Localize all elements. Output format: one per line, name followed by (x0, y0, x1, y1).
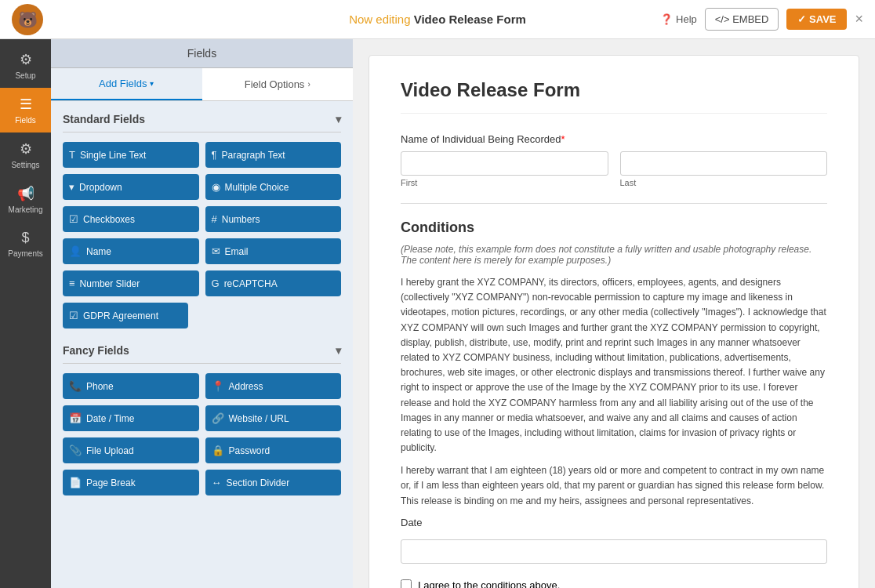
date-field-group: Date (401, 517, 827, 564)
name-field-group: Name of Individual Being Recorded* First… (401, 133, 827, 187)
gear-icon: ⚙ (20, 51, 32, 68)
field-label: Numbers (222, 214, 260, 225)
field-label: Single Line Text (80, 150, 147, 161)
sidebar-item-settings[interactable]: ⚙ Settings (0, 132, 51, 177)
field-label: Password (229, 445, 270, 456)
text-icon: T (69, 149, 75, 161)
sidebar-item-marketing[interactable]: 📢 Marketing (0, 177, 51, 222)
field-label: Name (86, 246, 111, 257)
conditions-text-2: I hereby warrant that I am eighteen (18)… (401, 463, 827, 509)
standard-fields-grid: T Single Line Text ¶ Paragraph Text ▾ Dr… (63, 142, 341, 328)
chevron-right-icon: › (307, 80, 310, 89)
field-btn-paragraph-text[interactable]: ¶ Paragraph Text (205, 142, 342, 168)
field-btn-address[interactable]: 📍 Address (205, 373, 342, 399)
embed-button[interactable]: </> EMBED (705, 8, 779, 31)
required-star: * (561, 133, 565, 145)
field-btn-number-slider[interactable]: ≡ Number Slider (63, 270, 199, 296)
field-btn-phone[interactable]: 📞 Phone (63, 373, 199, 399)
standard-fields-header: Standard Fields ▾ (63, 113, 341, 132)
field-btn-email[interactable]: ✉ Email (205, 238, 342, 264)
field-btn-numbers[interactable]: # Numbers (205, 206, 342, 232)
date-input[interactable] (401, 539, 827, 564)
name-field-label: Name of Individual Being Recorded* (401, 133, 827, 145)
field-label: Page Break (86, 477, 136, 488)
tab-add-fields[interactable]: Add Fields ▾ (51, 68, 202, 100)
sidebar-item-fields[interactable]: ☰ Fields (0, 88, 51, 132)
field-btn-checkboxes[interactable]: ☑ Checkboxes (63, 206, 199, 232)
radio-icon: ◉ (212, 181, 220, 193)
form-title: Video Release Form (401, 79, 827, 114)
save-button[interactable]: ✓ SAVE (786, 9, 847, 30)
last-name-input[interactable] (620, 151, 828, 176)
sidebar-label-marketing: Marketing (9, 205, 43, 214)
fancy-fields-header: Fancy Fields ▾ (63, 344, 341, 364)
sidebar-item-setup[interactable]: ⚙ Setup (0, 43, 51, 88)
lock-icon: 🔒 (212, 445, 224, 456)
field-btn-website[interactable]: 🔗 Website / URL (205, 405, 342, 431)
collapse-icon[interactable]: ▾ (336, 113, 341, 125)
person-icon: 👤 (69, 245, 82, 257)
tab-field-options[interactable]: Field Options › (202, 68, 354, 100)
hash-icon: # (212, 213, 217, 225)
main-layout: ⚙ Setup ☰ Fields ⚙ Settings 📢 Marketing … (0, 39, 875, 588)
checkbox-label: I agree to the conditions above. (418, 579, 560, 588)
date-label: Date (401, 517, 827, 528)
slider-icon: ≡ (69, 278, 75, 289)
chevron-down-icon: ▾ (150, 79, 154, 88)
last-label: Last (620, 178, 828, 187)
help-button[interactable]: ❓ Help (660, 13, 697, 25)
settings-icon: ⚙ (20, 140, 32, 158)
fancy-fields-title: Fancy Fields (63, 344, 129, 357)
address-icon: 📍 (212, 380, 224, 392)
sidebar-label-payments: Payments (8, 249, 42, 258)
field-btn-password[interactable]: 🔒 Password (205, 437, 342, 463)
conditions-checkbox[interactable] (401, 579, 412, 588)
email-icon: ✉ (212, 245, 220, 257)
field-btn-gdpr[interactable]: ☑ GDPR Agreement (63, 303, 188, 328)
field-label: Email (225, 246, 249, 257)
form-preview: Video Release Form Name of Individual Be… (369, 55, 859, 588)
field-label: Paragraph Text (221, 150, 285, 161)
field-btn-single-line-text[interactable]: T Single Line Text (63, 142, 199, 168)
field-label: Phone (86, 381, 114, 392)
field-btn-dropdown[interactable]: ▾ Dropdown (63, 174, 199, 200)
fancy-fields-section: Fancy Fields ▾ 📞 Phone 📍 Address 📅 Date … (63, 344, 341, 495)
collapse-icon[interactable]: ▾ (336, 344, 341, 357)
field-btn-multiple-choice[interactable]: ◉ Multiple Choice (205, 174, 342, 200)
field-btn-name[interactable]: 👤 Name (63, 238, 199, 264)
field-label: Website / URL (229, 413, 289, 424)
link-icon: 🔗 (212, 412, 224, 424)
close-button[interactable]: × (855, 11, 863, 27)
page-break-icon: 📄 (69, 477, 82, 488)
sidebar: ⚙ Setup ☰ Fields ⚙ Settings 📢 Marketing … (0, 39, 51, 588)
sidebar-label-fields: Fields (15, 116, 36, 125)
recaptcha-icon: G (212, 278, 220, 289)
field-label: Date / Time (86, 413, 134, 424)
calendar-icon: 📅 (69, 412, 82, 424)
field-btn-file-upload[interactable]: 📎 File Upload (63, 437, 199, 463)
field-label: Multiple Choice (225, 182, 289, 193)
field-btn-datetime[interactable]: 📅 Date / Time (63, 405, 199, 431)
standard-fields-title: Standard Fields (63, 113, 145, 125)
field-label: Section Divider (227, 477, 290, 488)
paragraph-icon: ¶ (212, 149, 217, 161)
first-name-input[interactable] (401, 151, 608, 176)
fields-title: Fields (51, 39, 353, 68)
field-btn-recaptcha[interactable]: G reCAPTCHA (205, 270, 342, 296)
conditions-note: (Please note, this example form does not… (401, 244, 827, 266)
sidebar-item-payments[interactable]: $ Payments (0, 222, 51, 266)
sidebar-label-settings: Settings (11, 161, 39, 169)
field-label: GDPR Agreement (83, 310, 158, 321)
field-label: Address (229, 381, 263, 392)
sidebar-label-setup: Setup (15, 71, 35, 80)
fields-icon: ☰ (20, 96, 32, 113)
conditions-title: Conditions (401, 220, 827, 236)
checkbox-row: I agree to the conditions above. (401, 579, 827, 588)
field-label: Dropdown (79, 182, 122, 193)
first-name-field: First (401, 151, 608, 187)
field-label: File Upload (86, 445, 134, 456)
fields-tabs: Add Fields ▾ Field Options › (51, 68, 353, 101)
field-btn-section-divider[interactable]: ↔ Section Divider (205, 470, 342, 495)
field-btn-page-break[interactable]: 📄 Page Break (63, 470, 199, 495)
logo: 🐻 (12, 4, 43, 35)
